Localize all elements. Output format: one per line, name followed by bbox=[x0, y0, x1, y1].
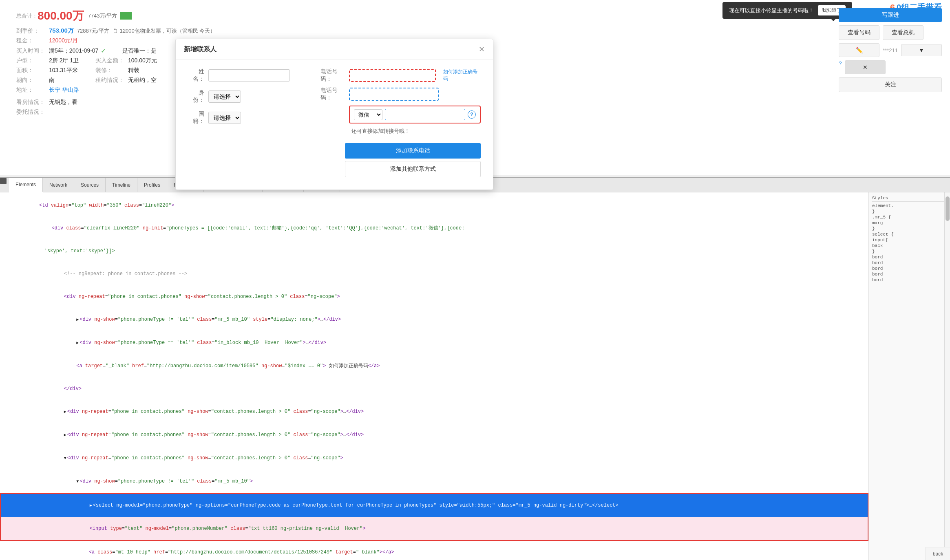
help-icon[interactable]: ? bbox=[468, 110, 476, 119]
edit-icon-button[interactable]: ✏️ bbox=[839, 43, 879, 57]
follow-button[interactable]: 关注 bbox=[839, 77, 942, 92]
arrive-price-label: 到手价： bbox=[16, 27, 49, 35]
style-mr5: .mr_5 { bbox=[872, 215, 947, 220]
code-line-3: <!-- ngRepeat: phone in contact.phones -… bbox=[0, 262, 868, 285]
modal-body: 姓名： 身份： 请选择 国籍： 请选择 电话号码： 如何添 bbox=[176, 60, 493, 190]
view-total-button[interactable]: 查看总机 bbox=[883, 25, 923, 40]
scrollbar-thumb[interactable] bbox=[946, 196, 950, 221]
add-hint-text: 还可直接添加转接号哦！ bbox=[351, 128, 410, 134]
phone-type-select[interactable]: 微信 bbox=[354, 109, 382, 120]
expand-button[interactable]: ▼ bbox=[901, 44, 942, 56]
tab-network[interactable]: Network bbox=[43, 178, 74, 192]
styles-section: Styles element. } .mr_5 { marg } select … bbox=[872, 196, 947, 282]
address-label: 地址： bbox=[16, 86, 49, 94]
nationality-row: 国籍： 请选择 bbox=[188, 110, 304, 125]
name-row: 姓名： bbox=[188, 68, 304, 83]
code-line-10: <div ng-repeat="phone in contact.phones"… bbox=[0, 423, 868, 447]
identity-select[interactable]: 请选择 bbox=[208, 90, 241, 103]
view-phone-button[interactable]: 查看号码 bbox=[839, 25, 879, 40]
buy-amount-label: 买入金额： bbox=[95, 57, 128, 64]
add-hint-row: 还可直接添加转接号哦！ bbox=[347, 128, 481, 135]
decoration-value: 精装 bbox=[128, 67, 139, 74]
code-line-2b: 'skype', text:'skype'}]> bbox=[0, 240, 868, 262]
nationality-label: 国籍： bbox=[188, 110, 204, 125]
style-bord5: bord bbox=[872, 278, 947, 282]
name-label: 姓名： bbox=[188, 68, 204, 83]
how-to-add-link[interactable]: 如何添加正确号码 bbox=[443, 68, 481, 82]
invoice-info: 12000包物业发票，可谈（管相民 今天） bbox=[120, 27, 216, 35]
arrive-price: 753.00万 bbox=[49, 27, 74, 35]
modal-right-column: 电话号码： 如何添加正确号码 电话号码： 微信 ? bbox=[320, 68, 481, 177]
identity-row: 身份： 请选择 bbox=[188, 89, 304, 104]
buy-time-label: 买入时间： bbox=[16, 47, 49, 55]
back-text[interactable]: back bbox=[926, 547, 950, 560]
devtools-panel: Elements Network Sources Timeline Profil… bbox=[0, 177, 950, 560]
modal-left-column: 姓名： 身份： 请选择 国籍： 请选择 bbox=[188, 68, 304, 177]
style-back: back bbox=[872, 243, 947, 248]
tab-timeline[interactable]: Timeline bbox=[106, 178, 137, 192]
add-other-button[interactable]: 添加其他联系方式 bbox=[345, 161, 481, 177]
address-value: 长宁 华山路 bbox=[49, 86, 79, 94]
rental-value: 无租约，空 bbox=[128, 77, 157, 84]
devtools-icon bbox=[0, 178, 7, 184]
identity-label: 身份： bbox=[188, 89, 204, 104]
style-close3: } bbox=[872, 249, 947, 254]
code-line-select[interactable]: <select ng-model="phone.phoneType" ng-op… bbox=[0, 493, 868, 517]
code-line-9: <div ng-repeat="phone in contact.phones"… bbox=[0, 400, 868, 423]
write-follow-button[interactable]: 写跟进 bbox=[839, 8, 942, 22]
tooltip-box: 现在可以直接小铃显主播的号码啦！ 我知道了 bbox=[722, 2, 852, 19]
modal-close-button[interactable]: ✕ bbox=[479, 45, 485, 54]
tab-sources[interactable]: Sources bbox=[74, 178, 106, 192]
style-bord2: bord bbox=[872, 260, 947, 265]
close-x-button[interactable]: ✕ bbox=[845, 60, 886, 74]
invoice-icon: 🗒 bbox=[113, 28, 118, 34]
rent-label: 租金： bbox=[16, 37, 49, 44]
code-line-1: <td valign="top" width="350" class="line… bbox=[0, 194, 868, 217]
total-price: 800.00万 bbox=[38, 8, 84, 24]
code-line-input[interactable]: <input type="text" ng-model="phone.phone… bbox=[0, 517, 868, 541]
phone-row-2: 电话号码： bbox=[320, 87, 481, 101]
unique-value: 是 bbox=[151, 47, 157, 55]
area-value: 103.31平米 bbox=[49, 67, 78, 74]
nationality-select[interactable]: 请选择 bbox=[208, 112, 241, 124]
phone-number-input[interactable] bbox=[385, 109, 465, 120]
phone-input-1[interactable] bbox=[349, 69, 436, 82]
arrive-unit: 72887元/平方 bbox=[77, 27, 109, 35]
phone-input-2[interactable] bbox=[349, 88, 439, 101]
phone-label-1: 电话号码： bbox=[320, 68, 345, 83]
style-bord1: bord bbox=[872, 255, 947, 260]
scrollbar[interactable] bbox=[944, 192, 950, 560]
code-line-4: <div ng-repeat="phone in contact.phones"… bbox=[0, 285, 868, 308]
style-element: element. bbox=[872, 203, 947, 208]
tab-elements[interactable]: Elements bbox=[9, 178, 43, 192]
decoration-label: 装修： bbox=[95, 67, 128, 74]
phone-row-1: 电话号码： 如何添加正确号码 bbox=[320, 68, 481, 83]
add-phone-button[interactable]: 添加联系电话 bbox=[345, 143, 481, 159]
devtools-content: <td valign="top" width="350" class="line… bbox=[0, 192, 950, 560]
view-label: 看房情况： bbox=[16, 99, 49, 106]
modal-title: 新增联系人 bbox=[184, 45, 217, 54]
area-label: 面积： bbox=[16, 67, 49, 74]
styles-title: Styles bbox=[872, 196, 947, 202]
tab-profiles[interactable]: Profiles bbox=[137, 178, 167, 192]
style-close: } bbox=[872, 209, 947, 214]
devtools-code-area[interactable]: <td valign="top" width="350" class="line… bbox=[0, 192, 868, 560]
code-line-11: <div ng-repeat="phone in contact.phones"… bbox=[0, 447, 868, 470]
style-select: select { bbox=[872, 232, 947, 237]
style-bord4: bord bbox=[872, 272, 947, 277]
phone-row-3: 微信 ? bbox=[320, 106, 481, 123]
name-input[interactable] bbox=[208, 69, 290, 82]
code-line-5: <div ng-show="phone.phoneType != 'tel'" … bbox=[0, 308, 868, 331]
check-icon: ✓ bbox=[101, 47, 106, 55]
modal-header: 新增联系人 ✕ bbox=[176, 39, 493, 60]
code-line-2: <div class="clearfix lineH220" ng-init="… bbox=[0, 217, 868, 240]
price-bar bbox=[120, 12, 132, 20]
code-line-7: <a target="_blank" href="http://bangzhu.… bbox=[0, 355, 868, 377]
total-price-label: 总合计： bbox=[16, 12, 38, 20]
code-line-anchor: <a class="mt_10 help" href="http://bangz… bbox=[0, 541, 868, 560]
phone-row-highlighted: 微信 ? bbox=[349, 106, 481, 123]
phone-label-2: 电话号码： bbox=[320, 87, 345, 101]
type-label: 户型： bbox=[16, 57, 49, 64]
buy-amount-value: 100.00万元 bbox=[128, 57, 157, 64]
style-input: input[ bbox=[872, 238, 947, 243]
